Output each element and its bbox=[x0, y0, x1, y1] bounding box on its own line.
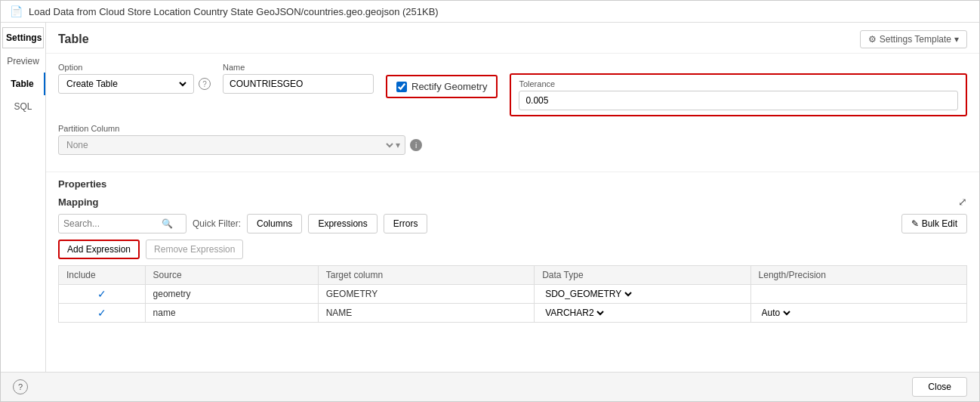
rectify-geometry-box: Rectify Geometry bbox=[386, 75, 498, 98]
bulk-edit-button[interactable]: ✎ Bulk Edit bbox=[901, 214, 967, 233]
search-input[interactable] bbox=[63, 218, 162, 229]
document-icon: 📄 bbox=[10, 5, 23, 17]
table-row: ✓ geometry GEOMETRY SDO_GEOMETRY bbox=[59, 285, 967, 304]
chevron-down-icon: ▾ bbox=[954, 34, 959, 45]
sidebar-item-settings[interactable]: Settings bbox=[2, 27, 44, 48]
form-row-1: Option Create Table Insert into Table ? bbox=[58, 63, 967, 116]
mapping-title: Mapping bbox=[58, 196, 98, 208]
cell-source-1: geometry bbox=[145, 285, 318, 304]
table-row: ✓ name NAME VARCHAR2 bbox=[59, 304, 967, 323]
window-title: Load Data from Cloud Store Location Coun… bbox=[29, 6, 439, 17]
partition-select-wrapper[interactable]: None ▾ bbox=[58, 135, 405, 155]
footer: ? Close bbox=[1, 372, 979, 401]
tolerance-label: Tolerance bbox=[519, 79, 958, 88]
rectify-geometry-checkbox[interactable] bbox=[396, 82, 407, 92]
toolbar-row: 🔍 Quick Filter: Columns Expressions Erro… bbox=[58, 214, 967, 233]
tolerance-input[interactable] bbox=[519, 91, 958, 110]
add-expression-button[interactable]: Add Expression bbox=[58, 240, 140, 259]
help-button[interactable]: ? bbox=[13, 379, 28, 394]
close-button[interactable]: Close bbox=[912, 377, 967, 397]
cell-target-2: NAME bbox=[318, 304, 534, 323]
partition-column-label: Partition Column bbox=[58, 124, 422, 133]
mapping-header: Mapping ⤢ bbox=[58, 196, 967, 208]
cell-datatype-1[interactable]: SDO_GEOMETRY bbox=[535, 285, 750, 304]
option-group: Option Create Table Insert into Table ? bbox=[58, 63, 211, 94]
cell-length-2[interactable]: Auto bbox=[750, 304, 966, 323]
cell-length-1 bbox=[750, 285, 966, 304]
form-area: Option Create Table Insert into Table ? bbox=[46, 54, 979, 172]
check-icon-1: ✓ bbox=[97, 288, 106, 300]
content-header: Table ⚙ Settings Template ▾ bbox=[46, 23, 979, 54]
form-row-2: Partition Column None ▾ i bbox=[58, 124, 967, 155]
remove-expression-button[interactable]: Remove Expression bbox=[146, 240, 243, 259]
check-icon-2: ✓ bbox=[97, 307, 106, 319]
name-input[interactable] bbox=[223, 74, 374, 94]
mapping-table: Include Source Target column Data Type L… bbox=[58, 265, 967, 323]
col-header-target: Target column bbox=[318, 266, 534, 285]
option-label: Option bbox=[58, 63, 211, 72]
quick-filter-label: Quick Filter: bbox=[193, 218, 241, 229]
content-area: Table ⚙ Settings Template ▾ Option Creat… bbox=[46, 23, 979, 372]
partition-info-icon[interactable]: i bbox=[410, 139, 422, 151]
mapping-section: Mapping ⤢ 🔍 Quick Filter: Columns Expres… bbox=[46, 193, 979, 372]
option-control-row: Create Table Insert into Table ? bbox=[58, 74, 211, 94]
search-box: 🔍 bbox=[58, 214, 186, 233]
partition-column-group: Partition Column None ▾ i bbox=[58, 124, 422, 155]
cell-target-1: GEOMETRY bbox=[318, 285, 534, 304]
option-select[interactable]: Create Table Insert into Table bbox=[63, 78, 189, 90]
partition-select[interactable]: None bbox=[63, 139, 396, 151]
cell-include-1[interactable]: ✓ bbox=[59, 285, 146, 304]
mapping-table-container: Include Source Target column Data Type L… bbox=[58, 265, 967, 323]
main-layout: Settings Preview Table SQL Table ⚙ Setti… bbox=[1, 23, 979, 372]
search-button[interactable]: 🔍 bbox=[162, 218, 173, 229]
filter-expressions-button[interactable]: Expressions bbox=[308, 214, 377, 233]
settings-icon: ⚙ bbox=[868, 34, 877, 45]
sidebar-item-sql[interactable]: SQL bbox=[1, 95, 45, 118]
sidebar-item-table[interactable]: Table bbox=[1, 73, 45, 95]
expand-icon[interactable]: ⤢ bbox=[958, 196, 967, 208]
cell-include-2[interactable]: ✓ bbox=[59, 304, 146, 323]
name-label: Name bbox=[223, 63, 374, 72]
filter-columns-button[interactable]: Columns bbox=[247, 214, 302, 233]
col-header-source: Source bbox=[145, 266, 318, 285]
datatype-select-1[interactable]: SDO_GEOMETRY bbox=[542, 288, 634, 300]
table-header: Include Source Target column Data Type L… bbox=[59, 266, 967, 285]
datatype-select-2[interactable]: VARCHAR2 bbox=[542, 307, 606, 319]
col-header-include: Include bbox=[59, 266, 146, 285]
content-title: Table bbox=[58, 32, 89, 46]
length-select-2[interactable]: Auto bbox=[759, 307, 793, 319]
option-help-icon[interactable]: ? bbox=[199, 78, 211, 90]
col-header-datatype: Data Type bbox=[535, 266, 750, 285]
tolerance-box: Tolerance bbox=[510, 73, 967, 116]
name-group: Name bbox=[223, 63, 374, 94]
properties-section: Properties bbox=[46, 172, 979, 193]
partition-control-row: None ▾ i bbox=[58, 135, 422, 155]
cell-datatype-2[interactable]: VARCHAR2 bbox=[535, 304, 750, 323]
partition-chevron-icon: ▾ bbox=[396, 140, 400, 150]
sidebar-item-preview[interactable]: Preview bbox=[1, 50, 45, 73]
filter-errors-button[interactable]: Errors bbox=[384, 214, 428, 233]
rectify-geometry-label[interactable]: Rectify Geometry bbox=[396, 81, 487, 92]
bulk-edit-icon: ✎ bbox=[911, 218, 919, 229]
sidebar: Settings Preview Table SQL bbox=[1, 23, 46, 372]
properties-label: Properties bbox=[58, 178, 106, 190]
title-bar: 📄 Load Data from Cloud Store Location Co… bbox=[1, 1, 979, 23]
col-header-length: Length/Precision bbox=[750, 266, 966, 285]
option-select-wrapper[interactable]: Create Table Insert into Table bbox=[58, 74, 194, 94]
table-body: ✓ geometry GEOMETRY SDO_GEOMETRY bbox=[59, 285, 967, 323]
settings-template-button[interactable]: ⚙ Settings Template ▾ bbox=[860, 30, 967, 48]
cell-source-2: name bbox=[145, 304, 318, 323]
expression-row: Add Expression Remove Expression bbox=[58, 240, 967, 259]
